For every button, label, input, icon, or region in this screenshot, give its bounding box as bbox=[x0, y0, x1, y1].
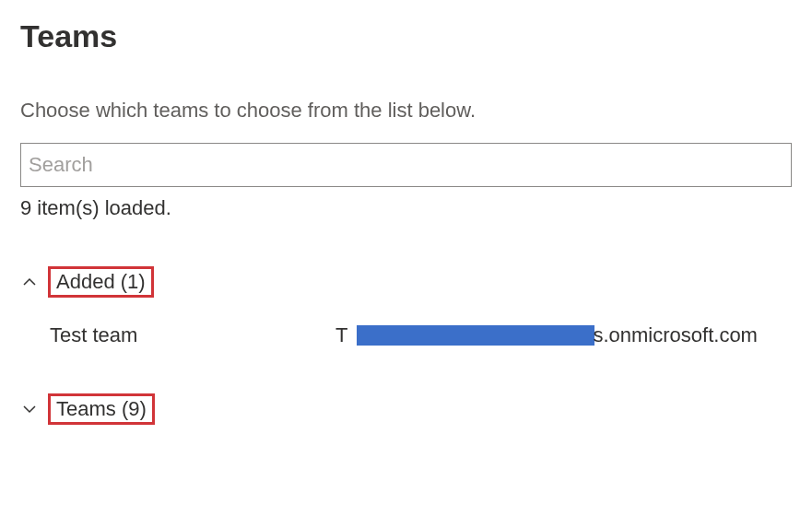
group-label-added: Added (1) bbox=[48, 266, 154, 298]
group-header-teams[interactable]: Teams (9) bbox=[20, 393, 792, 425]
chevron-up-icon bbox=[20, 273, 39, 291]
email-prefix: T bbox=[335, 323, 347, 347]
list-item[interactable]: Test team T s.onmicrosoft.com bbox=[20, 323, 792, 347]
search-input[interactable] bbox=[20, 143, 792, 187]
chevron-down-icon bbox=[20, 400, 39, 418]
item-email: T s.onmicrosoft.com bbox=[335, 323, 758, 347]
redaction-bar bbox=[357, 325, 594, 346]
group-label-teams: Teams (9) bbox=[48, 393, 155, 425]
subtitle: Choose which teams to choose from the li… bbox=[20, 99, 792, 123]
email-suffix: s.onmicrosoft.com bbox=[593, 323, 758, 347]
item-name: Test team bbox=[50, 323, 335, 347]
page-title: Teams bbox=[20, 18, 792, 54]
group-header-added[interactable]: Added (1) bbox=[20, 266, 792, 298]
status-loaded: 9 item(s) loaded. bbox=[20, 196, 792, 220]
